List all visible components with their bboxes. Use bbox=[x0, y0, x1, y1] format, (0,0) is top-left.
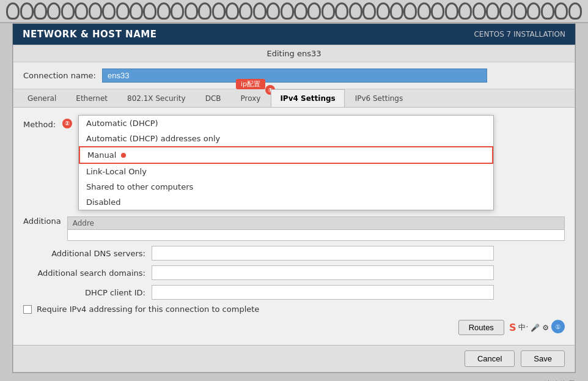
spiral-coil bbox=[568, 2, 582, 20]
spiral-coil bbox=[554, 2, 568, 20]
spiral-coil bbox=[513, 2, 527, 20]
network-host-title: NETWORK & HOST NAME bbox=[23, 29, 156, 40]
tab-dcb[interactable]: DCB bbox=[196, 89, 230, 107]
conn-name-input[interactable] bbox=[102, 68, 487, 83]
spiral-coil bbox=[541, 2, 554, 20]
method-option-disabled[interactable]: Disabled bbox=[79, 194, 493, 210]
additional-section: Additiona Addre bbox=[23, 216, 565, 241]
tab-ipv6-settings[interactable]: IPv6 Settings bbox=[346, 89, 413, 107]
spiral-coil bbox=[458, 2, 472, 20]
spiral-coil bbox=[390, 2, 403, 20]
footer: CSDN @雨滴绕指柔 bbox=[0, 373, 588, 381]
ipv4-checkbox-label: Require IPv4 addressing for this connect… bbox=[37, 305, 259, 314]
method-row: Method: ② Automatic (DHCP) Automatic (DH… bbox=[23, 115, 565, 210]
spiral-coil bbox=[75, 2, 88, 20]
tray-circle: ① bbox=[551, 320, 565, 333]
centos-label: CENTOS 7 INSTALLATION bbox=[474, 30, 565, 39]
method-option-shared[interactable]: Shared to other computers bbox=[79, 179, 493, 194]
spiral-coil bbox=[226, 2, 239, 20]
s-icon: S bbox=[509, 322, 516, 333]
spiral-coil bbox=[307, 2, 321, 20]
spiral-coil bbox=[20, 2, 34, 20]
badge-2: ② bbox=[62, 119, 72, 128]
spiral-coil bbox=[527, 2, 540, 20]
spiral-coil bbox=[171, 2, 184, 20]
spiral-coil bbox=[294, 2, 307, 20]
method-option-manual[interactable]: Manual bbox=[79, 146, 493, 164]
dropdown-open: Automatic (DHCP) Automatic (DHCP) addres… bbox=[78, 115, 494, 210]
tab-8021x-security[interactable]: 802.1X Security bbox=[118, 89, 195, 107]
spiral-coil bbox=[486, 2, 499, 20]
spiral-coil bbox=[143, 2, 156, 20]
spiral-coil bbox=[417, 2, 431, 20]
spiral-coil bbox=[335, 2, 348, 20]
search-row: Additional search domains: bbox=[23, 265, 565, 280]
top-bar: NETWORK & HOST NAME CENTOS 7 INSTALLATIO… bbox=[13, 24, 575, 45]
mic-icon: 🎤 bbox=[531, 324, 540, 332]
spiral-coil bbox=[266, 2, 280, 20]
search-input[interactable] bbox=[152, 265, 494, 280]
tab-general[interactable]: General bbox=[18, 89, 65, 107]
spiral-coil bbox=[47, 2, 61, 20]
method-option-automatic-dhcp[interactable]: Automatic (DHCP) bbox=[79, 116, 493, 131]
save-button[interactable]: Save bbox=[521, 350, 565, 367]
spiral-coil bbox=[499, 2, 513, 20]
routes-button[interactable]: Routes bbox=[458, 320, 504, 335]
method-option-link-local[interactable]: Link-Local Only bbox=[79, 164, 493, 179]
method-option-automatic-dhcp-only[interactable]: Automatic (DHCP) addresses only bbox=[79, 131, 493, 146]
cancel-button[interactable]: Cancel bbox=[465, 350, 515, 367]
tab-ipv4-settings[interactable]: IPv4 Settings bbox=[271, 89, 344, 107]
spiral-coil bbox=[403, 2, 417, 20]
dialog: Editing ens33 Connection name: General E… bbox=[13, 45, 575, 372]
spiral-coil bbox=[34, 2, 47, 20]
search-label: Additional search domains: bbox=[23, 268, 145, 278]
tab-ethernet[interactable]: Ethernet bbox=[67, 89, 117, 107]
connection-name-row: Connection name: bbox=[13, 62, 575, 89]
conn-name-label: Connection name: bbox=[23, 71, 96, 80]
ipv4-checkbox[interactable] bbox=[23, 305, 32, 314]
zh-text: 中· bbox=[518, 322, 528, 333]
manual-red-dot bbox=[121, 153, 126, 158]
routes-area: Routes S 中· 🎤 ⚙ ① bbox=[23, 317, 565, 338]
spiral-coil bbox=[61, 2, 75, 20]
spiral-bar bbox=[0, 0, 588, 23]
spiral-coil bbox=[89, 2, 102, 20]
tabs-row: General Ethernet 802.1X Security DCB Pro… bbox=[13, 89, 575, 108]
main-window: NETWORK & HOST NAME CENTOS 7 INSTALLATIO… bbox=[12, 23, 576, 373]
dhcp-input[interactable] bbox=[152, 285, 494, 300]
tray-area: S 中· 🎤 ⚙ bbox=[509, 320, 549, 335]
spiral-coil bbox=[6, 2, 20, 20]
spiral-coil bbox=[239, 2, 252, 20]
spiral-coil bbox=[431, 2, 444, 20]
spiral-coil bbox=[212, 2, 226, 20]
spiral-coil bbox=[445, 2, 458, 20]
ip-label-bubble: ip配置 bbox=[236, 79, 265, 89]
dns-row: Additional DNS servers: bbox=[23, 246, 565, 261]
additional-label: Additiona bbox=[23, 216, 61, 226]
spiral-coil bbox=[472, 2, 486, 20]
settings-icon: ⚙ bbox=[542, 324, 549, 332]
spiral-coil bbox=[185, 2, 198, 20]
spiral-coil bbox=[362, 2, 376, 20]
spiral-coil bbox=[322, 2, 335, 20]
content-area: Method: ② Automatic (DHCP) Automatic (DH… bbox=[13, 108, 575, 345]
spiral-coil bbox=[198, 2, 211, 20]
spiral-coil bbox=[349, 2, 362, 20]
method-label: Method: bbox=[23, 117, 60, 129]
addresses-table: Addre bbox=[67, 216, 565, 241]
addr-header: Addre bbox=[68, 217, 564, 230]
spiral-coil bbox=[377, 2, 390, 20]
spiral-coil bbox=[102, 2, 116, 20]
spiral-coil bbox=[281, 2, 294, 20]
dhcp-row: DHCP client ID: bbox=[23, 285, 565, 300]
tab-proxy[interactable]: Proxy ① ip配置 bbox=[232, 89, 270, 107]
dns-input[interactable] bbox=[152, 246, 494, 261]
dhcp-label: DHCP client ID: bbox=[23, 288, 145, 297]
dialog-title: Editing ens33 bbox=[13, 45, 575, 62]
bottom-area: Cancel Save bbox=[13, 345, 575, 372]
spiral-coil bbox=[116, 2, 130, 20]
spiral-coil bbox=[253, 2, 266, 20]
method-dropdown[interactable]: Automatic (DHCP) Automatic (DHCP) addres… bbox=[78, 115, 494, 210]
ipv4-checkbox-row: Require IPv4 addressing for this connect… bbox=[23, 305, 565, 314]
spiral-coil bbox=[157, 2, 171, 20]
